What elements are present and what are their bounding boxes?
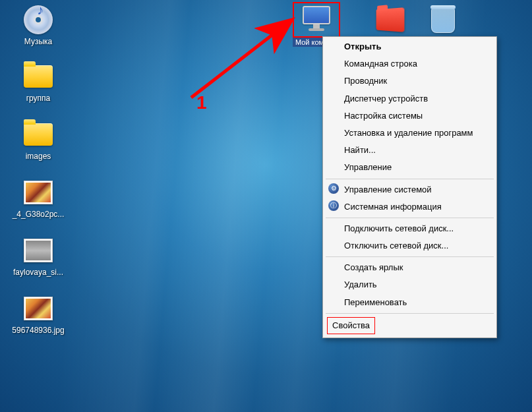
info-icon: ⓘ [328,200,339,211]
menu-item-shortcut[interactable]: Создать ярлык [324,259,495,276]
annotation-number-1: 1 [196,92,207,113]
desktop-icon-images[interactable]: images [12,119,65,161]
menu-item-map-drive[interactable]: Подключить сетевой диск... [324,220,495,237]
menu-item-sysconfig[interactable]: Настройка системы [324,107,495,125]
menu-item-manage[interactable]: Управление [324,159,495,176]
menu-item-delete[interactable]: Удалить [324,276,495,293]
annotation-arrow-1 [171,12,303,104]
desktop-icon-recycle-bin[interactable] [417,4,469,37]
context-menu: Открыть Командная строка Проводник Диспе… [322,36,497,338]
menu-item-find[interactable]: Найти... [324,142,495,159]
menu-separator [326,313,494,314]
icon-label: _4_G38o2pc... [13,210,65,219]
desktop-icon-file2[interactable]: faylovaya_si... [12,235,65,277]
menu-item-sysmanage[interactable]: ⚙Управление системой [324,181,495,198]
desktop-icon-file3[interactable]: 596748936.jpg [12,293,65,335]
image-thumb-icon [22,235,54,266]
desktop-icon-red-folder[interactable] [363,4,415,37]
recycle-bin-icon [427,4,459,36]
icon-label: Музыка [24,37,52,46]
folder-icon [22,119,54,150]
menu-item-unmap-drive[interactable]: Отключить сетевой диск... [324,237,495,254]
menu-item-devmgr[interactable]: Диспетчер устройств [324,90,495,107]
gear-icon: ⚙ [328,183,339,194]
image-thumb-icon [22,293,54,324]
menu-separator [326,256,494,257]
folder-red-icon [373,4,405,36]
svg-line-0 [191,21,290,98]
menu-item-explorer[interactable]: Проводник [324,73,495,90]
menu-item-properties[interactable]: Свойства [327,317,375,334]
icon-label: группа [26,94,51,103]
menu-separator [326,179,494,179]
menu-item-sysinfo[interactable]: ⓘСистемная информация [324,198,495,216]
menu-item-rename[interactable]: Переименовать [324,294,495,311]
menu-item-open[interactable]: Открыть [324,38,495,55]
cd-icon: ♪ [22,4,54,36]
icon-label: images [26,152,51,161]
desktop-icon-music[interactable]: ♪ Музыка [12,4,65,46]
menu-item-addremove[interactable]: Установка и удаление программ [324,125,495,142]
desktop-icon-file1[interactable]: _4_G38o2pc... [12,177,65,219]
icon-label: 596748936.jpg [12,326,64,335]
menu-item-cmd[interactable]: Командная строка [324,55,495,73]
menu-separator [326,218,494,218]
monitor-icon [301,4,332,36]
desktop-icon-my-computer[interactable] [295,4,338,36]
desktop-icon-group[interactable]: группа [12,61,65,103]
image-thumb-icon [22,177,54,208]
icon-label: faylovaya_si... [13,268,63,277]
folder-icon [22,61,54,92]
